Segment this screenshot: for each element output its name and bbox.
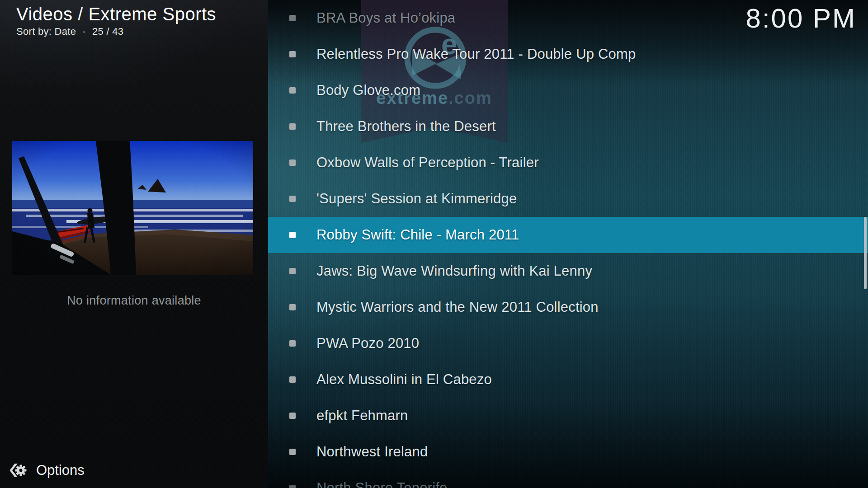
video-title: PWA Pozo 2010 <box>316 335 419 352</box>
bullet-icon <box>289 51 296 57</box>
list-item[interactable]: North Shore Tenerife <box>268 470 868 488</box>
list-item[interactable]: Relentless Pro Wake Tour 2011 - Double U… <box>268 36 868 72</box>
list-item[interactable]: Oxbow Walls of Perception - Trailer <box>268 145 868 181</box>
options-label: Options <box>36 462 85 479</box>
beach-scene-image <box>12 141 253 275</box>
header: Videos / Extreme Sports Sort by: Date · … <box>16 4 216 38</box>
video-title: Relentless Pro Wake Tour 2011 - Double U… <box>316 46 636 62</box>
video-title: Body Glove.com <box>316 82 420 99</box>
bullet-icon <box>289 160 296 166</box>
video-title: Oxbow Walls of Perception - Trailer <box>316 155 539 171</box>
bullet-icon <box>289 449 296 455</box>
bullet-icon <box>289 376 296 383</box>
list-item[interactable]: Body Glove.com <box>268 72 868 108</box>
no-information-text: No information available <box>0 294 268 308</box>
kodi-screen: e extreme.com BRA Boys at Ho’okipaRelent… <box>0 0 868 488</box>
list-item[interactable]: 'Supers' Session at Kimmeridge <box>268 181 868 217</box>
bullet-icon <box>289 485 296 488</box>
sort-by-label: Sort by: Date <box>16 26 76 38</box>
sort-status: Sort by: Date · 25 / 43 <box>16 26 216 38</box>
video-title: Mystic Warriors and the New 2011 Collect… <box>316 299 599 315</box>
options-chevron-gear-icon <box>8 461 27 480</box>
video-title: Robby Swift: Chile - March 2011 <box>316 227 519 243</box>
list-item[interactable]: Northwest Ireland <box>268 434 868 470</box>
item-count: 25 / 43 <box>92 26 123 38</box>
list-item[interactable]: Jaws: Big Wave Windsurfing with Kai Lenn… <box>268 253 868 289</box>
list-item[interactable]: efpkt Fehmarn <box>268 398 868 434</box>
list-item[interactable]: Mystic Warriors and the New 2011 Collect… <box>268 289 868 325</box>
list-item[interactable]: Alex Mussolini in El Cabezo <box>268 361 868 398</box>
bullet-icon <box>289 340 296 347</box>
page-title: Videos / Extreme Sports <box>16 4 216 24</box>
video-title: North Shore Tenerife <box>316 480 447 488</box>
list-item[interactable]: PWA Pozo 2010 <box>268 325 868 361</box>
scrollbar-handle[interactable] <box>864 217 867 289</box>
bullet-icon <box>289 196 296 202</box>
bullet-icon <box>289 123 296 130</box>
list-item[interactable]: Robby Swift: Chile - March 2011 <box>268 217 868 253</box>
bullet-icon <box>289 232 296 238</box>
video-title: 'Supers' Session at Kimmeridge <box>316 191 517 207</box>
bullet-icon <box>289 304 296 310</box>
info-panel: Videos / Extreme Sports Sort by: Date · … <box>0 0 268 488</box>
clock: 8:00 PM <box>746 3 856 34</box>
video-title: BRA Boys at Ho’okipa <box>316 10 455 26</box>
video-list: BRA Boys at Ho’okipaRelentless Pro Wake … <box>268 0 868 488</box>
bullet-icon <box>289 87 296 94</box>
video-title: Jaws: Big Wave Windsurfing with Kai Lenn… <box>316 263 592 279</box>
bullet-icon <box>289 413 296 419</box>
video-thumbnail <box>12 141 253 275</box>
video-title: Three Brothers in the Desert <box>316 118 496 135</box>
video-title: Alex Mussolini in El Cabezo <box>316 371 492 388</box>
bullet-icon <box>289 15 296 21</box>
options-button[interactable]: Options <box>8 461 85 480</box>
separator-dot: · <box>82 26 86 38</box>
video-title: efpkt Fehmarn <box>316 408 408 424</box>
bullet-icon <box>289 268 296 274</box>
list-item[interactable]: Three Brothers in the Desert <box>268 108 868 145</box>
video-title: Northwest Ireland <box>316 444 428 460</box>
video-list-panel: e extreme.com BRA Boys at Ho’okipaRelent… <box>268 0 868 488</box>
